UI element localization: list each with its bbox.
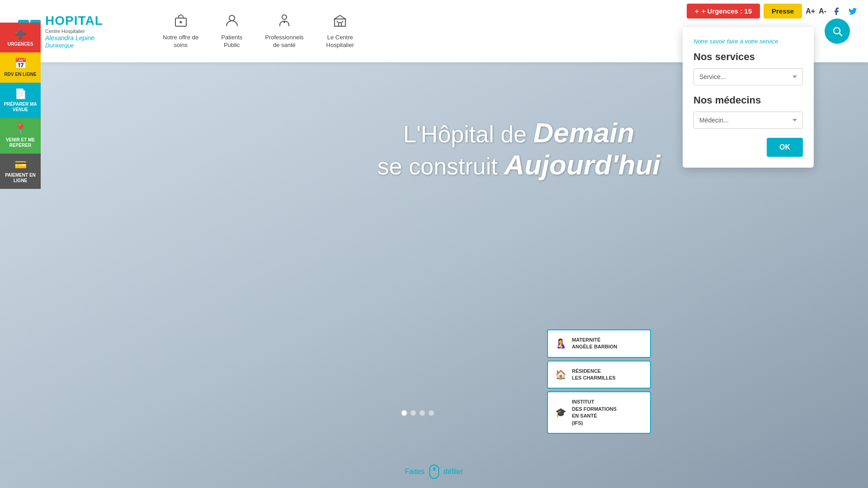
twitter-icon[interactable] — [846, 5, 859, 18]
location-icon: 📍 — [14, 123, 27, 135]
service-card-maternite[interactable]: 🤱 MATERNITÉ ANGÈLE BARBION — [547, 329, 651, 358]
slide-dot-3[interactable] — [420, 410, 425, 416]
slide-dot-2[interactable] — [410, 410, 416, 416]
nav-item-centre[interactable]: Le CentreHospitalier — [326, 14, 354, 49]
slide-dot-1[interactable] — [401, 410, 407, 416]
hospital-building-icon — [333, 14, 347, 31]
svg-rect-8 — [339, 23, 341, 26]
plus-icon: ➕ — [14, 28, 27, 40]
logo-text: HOPITAL Centre Hospitalier Alexandra Lep… — [45, 13, 103, 49]
panel-medecins-title: Nos médecins — [693, 94, 803, 106]
nav-item-offre-soins[interactable]: Notre offre desoins — [163, 14, 198, 49]
sidebar-paiement-label: PAIEMENT EN LIGNE — [4, 173, 37, 183]
panel-subtitle: Notre savoir faire à votre service — [693, 38, 803, 45]
font-increase-button[interactable]: A+ — [806, 7, 815, 15]
logo-title: HOPITAL — [45, 13, 103, 28]
document-icon: 📄 — [14, 88, 27, 100]
sidebar-paiement-button[interactable]: 💳 PAIEMENT EN LIGNE — [0, 154, 41, 189]
sidebar-venir-label: VENIR ET ME REPÉRER — [4, 137, 37, 148]
professional-icon — [277, 14, 292, 31]
calendar-icon: 📅 — [14, 58, 27, 70]
sidebar-venir-button[interactable]: 📍 VENIR ET ME REPÉRER — [0, 118, 41, 153]
presse-button[interactable]: Presse — [764, 4, 802, 19]
residence-icon: 🏠 — [555, 369, 566, 380]
maternite-icon: 🤱 — [555, 338, 566, 349]
nav-item-professionnels[interactable]: Professionnelsde santé — [265, 14, 303, 49]
hero-line2-cursive: Aujourd'hui — [504, 149, 660, 180]
sidebar-prepare-label: PRÉPARER MA VENUE — [4, 102, 37, 113]
hero-line2-text: se construit — [377, 153, 504, 179]
sidebar-buttons: ➕ URGENCES 📅 RDV EN LIGNE 📄 PRÉPARER MA … — [0, 23, 41, 189]
scroll-mouse-dot — [433, 467, 435, 471]
font-decrease-button[interactable]: A- — [819, 7, 826, 15]
service-card-residence[interactable]: 🏠 RÉSIDENCE LES CHARMILLES — [547, 361, 651, 389]
service-card-residence-text: RÉSIDENCE LES CHARMILLES — [572, 368, 616, 382]
search-button[interactable] — [825, 19, 850, 44]
hero-line1-text: L'Hôpital de — [403, 121, 533, 147]
logo-city: Dunkerque — [45, 42, 103, 49]
service-card-ifsi-text: INSTITUT DES FORMATIONS EN SANTÉ (IFS) — [572, 399, 617, 427]
urgences-button[interactable]: + + Urgences : 15 — [687, 4, 760, 19]
sidebar-rdv-button[interactable]: 📅 RDV EN LIGNE — [0, 52, 41, 82]
ok-button[interactable]: OK — [767, 138, 803, 157]
urgences-cross-icon: + — [695, 7, 699, 15]
ifsi-icon: 🎓 — [555, 407, 566, 418]
sidebar-urgences-label: URGENCES — [8, 42, 33, 47]
logo-name: Alexandra Lepine — [45, 34, 103, 42]
service-card-maternite-text: MATERNITÉ ANGÈLE BARBION — [572, 337, 617, 351]
hero-text: L'Hôpital de Demain se construit Aujourd… — [377, 117, 660, 181]
nav-label-patients: PatientsPublic — [221, 34, 242, 49]
scroll-mouse-icon — [429, 465, 439, 479]
urgences-label: + Urgences : 15 — [702, 7, 752, 15]
sidebar-urgences-button[interactable]: ➕ URGENCES — [0, 23, 41, 52]
medical-bag-icon — [174, 14, 188, 31]
facebook-icon[interactable] — [830, 5, 843, 18]
nav-label-centre: Le CentreHospitalier — [326, 34, 354, 49]
medecins-select[interactable]: Médecin... Dr. Dupont Dr. Martin Dr. Ber… — [693, 112, 803, 129]
nav-label-professionnels: Professionnelsde santé — [265, 34, 303, 49]
patient-icon — [225, 14, 239, 31]
nav-label-offre-soins: Notre offre desoins — [163, 34, 198, 49]
nav-item-patients[interactable]: PatientsPublic — [221, 14, 242, 49]
top-bar: + + Urgences : 15 Presse A+ A- — [678, 0, 868, 22]
card-icon: 💳 — [14, 159, 27, 171]
svg-point-4 — [282, 15, 287, 19]
scroll-text-after: défiler — [443, 468, 463, 476]
svg-line-12 — [840, 33, 842, 36]
scroll-indicator[interactable]: Faites défiler — [405, 465, 463, 479]
service-card-ifsi[interactable]: 🎓 INSTITUT DES FORMATIONS EN SANTÉ (IFS) — [547, 391, 651, 434]
slide-dots — [401, 410, 434, 416]
logo-subtitle: Centre Hospitalier — [45, 28, 103, 34]
hero-line1-cursive: Demain — [533, 117, 634, 148]
services-select[interactable]: Service... Cardiologie Chirurgie Gynécol… — [693, 68, 803, 85]
hero-line2: se construit Aujourd'hui — [377, 149, 660, 181]
hero-line1: L'Hôpital de Demain — [377, 117, 660, 149]
scroll-text-before: Faites — [405, 468, 425, 476]
service-cards: 🤱 MATERNITÉ ANGÈLE BARBION 🏠 RÉSIDENCE L… — [547, 329, 651, 434]
sidebar-prepare-button[interactable]: 📄 PRÉPARER MA VENUE — [0, 83, 41, 118]
panel-services-title: Nos services — [693, 51, 803, 63]
slide-dot-4[interactable] — [429, 410, 434, 416]
sidebar-rdv-label: RDV EN LIGNE — [4, 72, 36, 77]
service-panel: Notre savoir faire à votre service Nos s… — [683, 27, 814, 168]
svg-point-3 — [229, 15, 235, 21]
